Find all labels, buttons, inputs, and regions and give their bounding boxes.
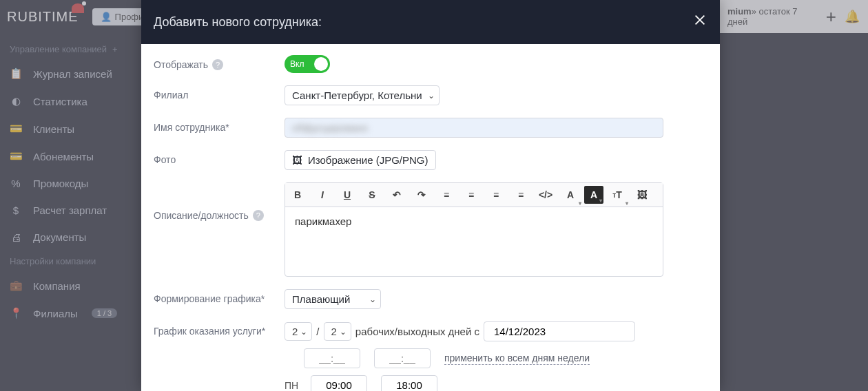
modal-body: Отображать? Вкл Филиал Санкт-Петербург, … [141,44,720,391]
bold-button[interactable]: B [285,183,310,207]
label-schedule-formation: Формирование графика* [154,289,285,304]
display-toggle[interactable]: Вкл [285,55,330,73]
bg-color-button[interactable]: A [584,186,603,204]
chevron-down-icon: ⌄ [369,295,376,304]
modal-title: Добавить нового сотрудника: [154,15,322,30]
mon-time-from[interactable] [311,375,367,391]
text-color-button[interactable]: A [558,183,583,207]
description-editor: B I U S ↶ ↷ ≡ ≡ ≡ ≡ </> A A тT � [285,182,663,277]
employee-name-input[interactable]: обфусцировано [285,118,663,138]
close-icon [692,12,707,28]
start-date-input[interactable] [484,321,635,341]
insert-image-button[interactable]: 🖼 [630,183,654,207]
days-label: рабочих/выходных дней с [355,326,479,337]
undo-button[interactable]: ↶ [384,183,409,207]
font-size-button[interactable]: тT [605,183,630,207]
help-icon[interactable]: ? [253,210,264,221]
underline-button[interactable]: U [335,183,360,207]
align-right-button[interactable]: ≡ [484,183,508,207]
align-justify-button[interactable]: ≡ [508,183,533,207]
label-display: Отображать? [154,55,285,70]
italic-button[interactable]: I [310,183,335,207]
align-left-button[interactable]: ≡ [434,183,459,207]
help-icon[interactable]: ? [212,59,223,70]
upload-photo-button[interactable]: 🖼 Изображение (JPG/PNG) [285,150,436,170]
description-textarea[interactable]: парикмахер [285,207,663,276]
template-time-from[interactable] [304,348,360,368]
close-button[interactable] [692,12,707,32]
redo-button[interactable]: ↷ [409,183,434,207]
chevron-down-icon: ⌄ [340,327,347,337]
label-description: Описание/должность? [154,182,285,221]
align-center-button[interactable]: ≡ [459,183,484,207]
add-employee-modal: Добавить нового сотрудника: Отображать? … [141,0,720,391]
schedule-type-select[interactable]: Плавающий⌄ [285,289,381,309]
chevron-down-icon: ⌄ [300,327,307,337]
code-button[interactable]: </> [533,183,558,207]
editor-toolbar: B I U S ↶ ↷ ≡ ≡ ≡ ≡ </> A A тT � [285,183,663,207]
strike-button[interactable]: S [360,183,384,207]
label-employee-name: Имя сотрудника* [154,118,285,133]
template-time-to[interactable] [374,348,431,368]
apply-all-link[interactable]: применить ко всем дням недели [444,352,590,365]
image-icon: 🖼 [292,154,302,166]
label-branch: Филиал [154,85,285,101]
chevron-down-icon: ⌄ [428,91,435,101]
label-photo: Фото [154,150,285,165]
off-days-select[interactable]: 2 ⌄ [324,322,351,341]
label-service-schedule: График оказания услуги* [154,321,285,337]
work-days-select[interactable]: 2 ⌄ [285,322,312,341]
mon-time-to[interactable] [381,375,437,391]
branch-select[interactable]: Санкт-Петербург, Котельни⌄ [285,85,440,105]
day-label-mon: ПН [285,380,304,391]
modal-header: Добавить нового сотрудника: [141,0,720,44]
